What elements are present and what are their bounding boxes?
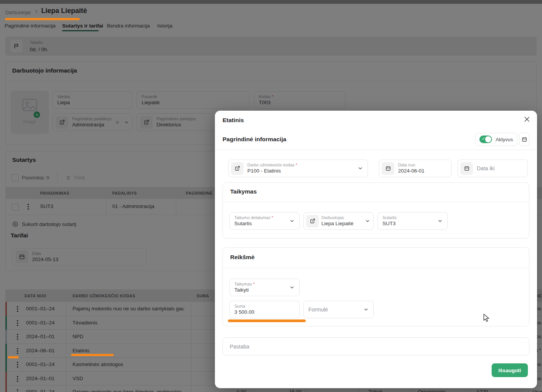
chevron-down-icon[interactable] <box>358 166 363 171</box>
suma-label: Suma <box>234 303 255 309</box>
taikymo-detalumas-field[interactable]: Taikymo detalumas * Sutartis <box>229 212 300 230</box>
chevron-down-icon[interactable] <box>363 307 369 312</box>
calendar-icon[interactable] <box>460 162 473 175</box>
reiksme-title: Reikšmė <box>230 254 255 261</box>
sutartis-field[interactable]: Sutartis SUT3 <box>377 212 448 230</box>
formule-input[interactable] <box>308 307 350 313</box>
toggle-knob <box>485 136 491 142</box>
required-asterisk: * <box>296 163 297 167</box>
history-calendar-button[interactable] <box>519 133 529 146</box>
required-asterisk: * <box>271 215 273 220</box>
pastaba-field[interactable] <box>223 337 529 355</box>
annotation-etatinis-underline <box>71 354 114 356</box>
sutartis-value: SUT3 <box>382 220 397 227</box>
save-button[interactable]: Išsaugoti <box>492 363 528 377</box>
taikymas-select-field[interactable]: Taikymas * Taikyti <box>229 279 300 296</box>
chevron-down-icon[interactable] <box>289 285 295 290</box>
kodas-value: P100 - Etatinis <box>247 168 297 174</box>
darbuotojas-label: Darbuotojas <box>321 215 353 220</box>
taikymas-card <box>223 182 529 239</box>
annotation-suma-underline <box>228 319 306 322</box>
chevron-down-icon[interactable] <box>289 218 295 224</box>
taikymas-title: Taikymas <box>230 188 257 195</box>
calendar-icon[interactable] <box>382 162 394 175</box>
active-toggle[interactable]: ✓ <box>479 136 492 143</box>
darbuotojas-value: Liepa Liepaitė <box>321 220 353 227</box>
data-nuo-label: Data nuo <box>398 162 424 168</box>
required-asterisk: * <box>253 282 255 286</box>
data-nuo-value: 2024-06-01 <box>398 168 424 174</box>
check-icon: ✓ <box>482 136 485 141</box>
detalumas-label: Taikymo detalumas * <box>234 215 273 220</box>
detalumas-value: Sutartis <box>234 220 273 227</box>
modal-section-title: Pagrindinė informacija <box>223 136 286 143</box>
suma-field[interactable]: Suma 3 500.00 <box>229 301 300 318</box>
taikymas-value: Taikyti <box>234 287 255 294</box>
active-toggle-label: Aktyvus <box>495 137 513 142</box>
app-screen: Darbuotojai Liepa Liepaitė Pagrindinė in… <box>0 0 542 392</box>
chevron-down-icon[interactable] <box>365 218 370 224</box>
external-link-icon[interactable] <box>306 215 319 227</box>
darbo-uzmokescio-kodas-field[interactable]: Darbo užmokesčio kodas * P100 - Etatinis <box>228 160 368 177</box>
data-nuo-field[interactable]: Data nuo 2024-06-01 <box>379 160 452 177</box>
chevron-down-icon[interactable] <box>437 218 443 224</box>
external-link-icon[interactable] <box>231 162 244 175</box>
mouse-cursor <box>483 314 490 324</box>
modal-title: Etatinis <box>223 117 244 124</box>
darbuotojas-field[interactable]: Darbuotojas Liepa Liepaitė <box>303 212 374 230</box>
sutartis-label: Sutartis <box>382 215 397 220</box>
formule-field[interactable] <box>303 301 374 318</box>
etatinis-modal: Etatinis Pagrindinė informacija ✓ Aktyvu… <box>215 111 537 388</box>
pastaba-input[interactable] <box>230 344 522 350</box>
annotation-kebab-underline <box>8 356 19 358</box>
data-iki-input[interactable] <box>477 165 524 171</box>
data-iki-field[interactable] <box>458 160 528 177</box>
taikymas-label: Taikymas * <box>234 281 255 287</box>
annotation-breadcrumb-underline <box>5 18 80 20</box>
close-icon[interactable] <box>523 116 531 124</box>
kodas-label: Darbo užmokesčio kodas * <box>247 162 297 168</box>
suma-value: 3 500.00 <box>234 309 255 316</box>
active-toggle-group[interactable]: ✓ Aktyvus <box>475 133 517 146</box>
